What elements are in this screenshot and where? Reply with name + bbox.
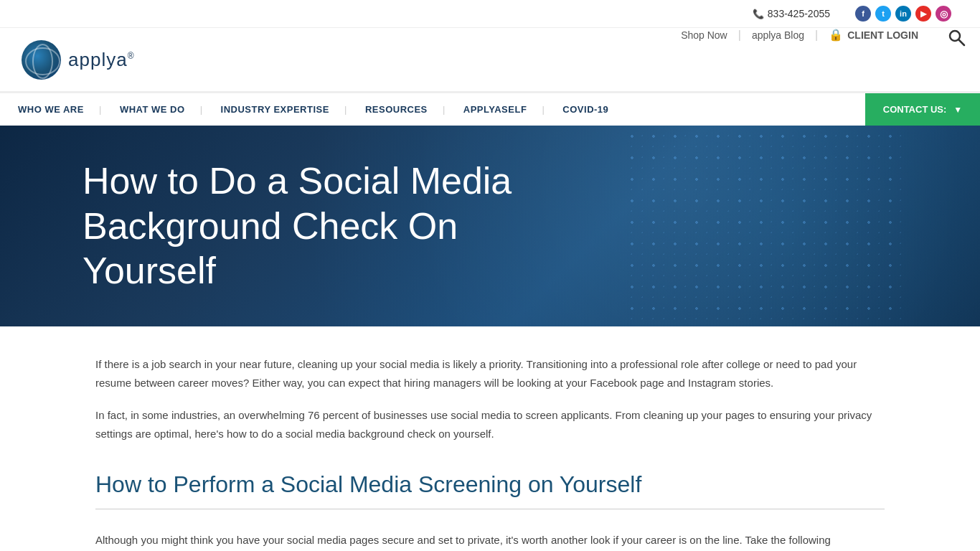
section-divider xyxy=(95,509,885,509)
body-paragraph-1: Although you might think you have your s… xyxy=(95,531,885,550)
header-divider-2: | xyxy=(815,29,818,42)
nav-item-industry-expertise[interactable]: INDUSTRY EXPERTISE xyxy=(203,93,347,126)
intro-paragraph-1: If there is a job search in your near fu… xyxy=(95,355,885,392)
hero-title: How to Do a Social Media Background Chec… xyxy=(0,159,574,293)
search-button[interactable] xyxy=(933,28,980,91)
nav-item-applyaself[interactable]: APPLYASELF xyxy=(446,93,545,126)
twitter-icon[interactable]: t xyxy=(875,6,891,22)
linkedin-icon[interactable]: in xyxy=(895,6,911,22)
nav-item-what-we-do[interactable]: WHAT WE DO xyxy=(102,93,203,126)
phone-icon: 📞 xyxy=(753,9,764,19)
header-right: Shop Now | applya Blog | 🔒 CLIENT LOGIN xyxy=(165,28,933,91)
instagram-icon[interactable]: ◎ xyxy=(936,6,951,22)
client-login-link[interactable]: 🔒 CLIENT LOGIN xyxy=(829,28,918,42)
shop-now-link[interactable]: Shop Now xyxy=(681,29,727,41)
phone-number[interactable]: 📞 833-425-2055 xyxy=(753,8,830,19)
header-divider: | xyxy=(738,29,741,42)
client-login-label: CLIENT LOGIN xyxy=(847,29,918,41)
header-links: Shop Now | applya Blog | 🔒 CLIENT LOGIN xyxy=(681,28,918,42)
social-icons-group: f t in ▶ ◎ xyxy=(855,6,951,22)
logo-globe-icon xyxy=(22,40,61,80)
intro-paragraph-2: In fact, in some industries, an overwhel… xyxy=(95,406,885,443)
nav-item-covid19[interactable]: COVID-19 xyxy=(545,93,626,126)
section-title-screening: How to Perform a Social Media Screening … xyxy=(95,471,885,498)
nav-item-resources[interactable]: RESOURCES xyxy=(347,93,446,126)
blog-link[interactable]: applya Blog xyxy=(752,29,804,41)
main-content: If there is a job search in your near fu… xyxy=(81,326,899,551)
navbar: WHO WE ARE WHAT WE DO INDUSTRY EXPERTISE… xyxy=(0,93,980,126)
facebook-icon[interactable]: f xyxy=(855,6,871,22)
logo-text: applya® xyxy=(68,49,134,71)
logo[interactable]: applya® xyxy=(0,28,165,91)
nav-item-who-we-are[interactable]: WHO WE ARE xyxy=(0,93,102,126)
contact-us-button[interactable]: CONTACT US: ▼ xyxy=(865,93,980,126)
lock-icon: 🔒 xyxy=(829,28,843,42)
hero-banner: How to Do a Social Media Background Chec… xyxy=(0,126,980,326)
youtube-icon[interactable]: ▶ xyxy=(915,6,931,22)
svg-line-1 xyxy=(959,40,965,46)
nav-items: WHO WE ARE WHAT WE DO INDUSTRY EXPERTISE… xyxy=(0,93,865,126)
hero-pattern xyxy=(621,126,908,326)
contact-dropdown-arrow: ▼ xyxy=(953,105,962,115)
